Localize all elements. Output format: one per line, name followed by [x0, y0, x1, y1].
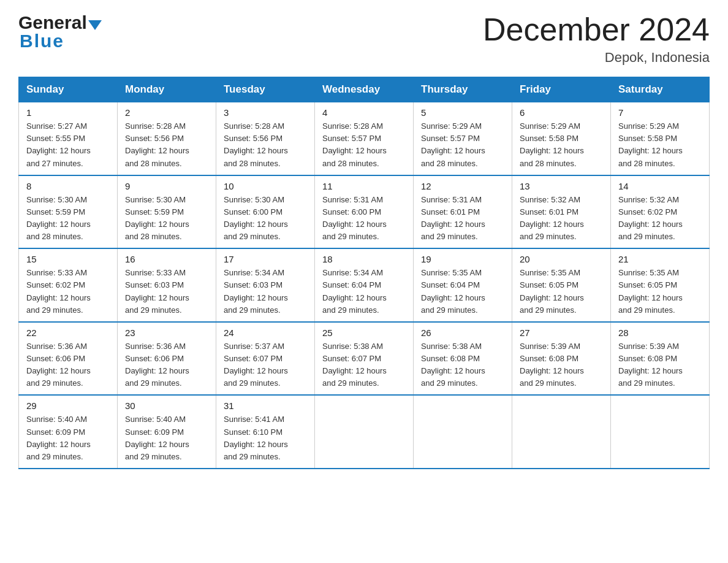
header-monday: Monday [118, 77, 216, 102]
day-info: Sunrise: 5:31 AM Sunset: 6:00 PM Dayligh… [322, 194, 406, 243]
header-friday: Friday [512, 77, 611, 102]
day-number: 28 [618, 327, 702, 338]
calendar-cell: 23 Sunrise: 5:36 AM Sunset: 6:06 PM Dayl… [118, 322, 216, 396]
day-number: 29 [26, 400, 110, 411]
day-number: 27 [520, 327, 603, 338]
day-info: Sunrise: 5:34 AM Sunset: 6:04 PM Dayligh… [322, 267, 406, 316]
calendar-cell: 13 Sunrise: 5:32 AM Sunset: 6:01 PM Dayl… [512, 175, 611, 249]
day-info: Sunrise: 5:33 AM Sunset: 6:03 PM Dayligh… [125, 267, 208, 316]
day-info: Sunrise: 5:31 AM Sunset: 6:01 PM Dayligh… [421, 194, 504, 243]
calendar-cell: 22 Sunrise: 5:36 AM Sunset: 6:06 PM Dayl… [19, 322, 118, 396]
calendar-cell: 19 Sunrise: 5:35 AM Sunset: 6:04 PM Dayl… [414, 248, 512, 322]
day-info: Sunrise: 5:35 AM Sunset: 6:05 PM Dayligh… [520, 267, 603, 316]
day-info: Sunrise: 5:28 AM Sunset: 5:57 PM Dayligh… [322, 120, 406, 170]
day-number: 31 [224, 400, 307, 411]
logo-general-text: General [18, 12, 87, 33]
calendar-header: Sunday Monday Tuesday Wednesday Thursday… [19, 77, 710, 102]
calendar-cell: 31 Sunrise: 5:41 AM Sunset: 6:10 PM Dayl… [216, 395, 315, 469]
day-number: 2 [125, 107, 208, 118]
day-number: 25 [322, 327, 406, 338]
day-info: Sunrise: 5:33 AM Sunset: 6:02 PM Dayligh… [26, 267, 110, 316]
day-info: Sunrise: 5:40 AM Sunset: 6:09 PM Dayligh… [125, 413, 208, 463]
day-number: 21 [618, 254, 702, 264]
calendar-cell: 16 Sunrise: 5:33 AM Sunset: 6:03 PM Dayl… [118, 248, 216, 322]
day-info: Sunrise: 5:39 AM Sunset: 6:08 PM Dayligh… [618, 340, 702, 390]
day-info: Sunrise: 5:34 AM Sunset: 6:03 PM Dayligh… [224, 267, 307, 316]
calendar-cell [611, 395, 710, 469]
header-wednesday: Wednesday [315, 77, 414, 102]
day-number: 23 [125, 327, 208, 338]
day-info: Sunrise: 5:37 AM Sunset: 6:07 PM Dayligh… [224, 340, 307, 390]
calendar-cell: 30 Sunrise: 5:40 AM Sunset: 6:09 PM Dayl… [118, 395, 216, 469]
calendar-cell: 18 Sunrise: 5:34 AM Sunset: 6:04 PM Dayl… [315, 248, 414, 322]
calendar-cell [414, 395, 512, 469]
day-number: 13 [520, 181, 603, 191]
calendar-cell: 26 Sunrise: 5:38 AM Sunset: 6:08 PM Dayl… [414, 322, 512, 396]
calendar-cell [315, 395, 414, 469]
day-number: 3 [224, 107, 307, 118]
calendar-cell: 7 Sunrise: 5:29 AM Sunset: 5:58 PM Dayli… [611, 102, 710, 175]
logo: General Blue [18, 12, 102, 52]
calendar-cell [512, 395, 611, 469]
logo-blue-text: Blue [20, 31, 102, 52]
day-number: 4 [322, 107, 406, 118]
day-number: 5 [421, 107, 504, 118]
header-saturday: Saturday [611, 77, 710, 102]
calendar-cell: 27 Sunrise: 5:39 AM Sunset: 6:08 PM Dayl… [512, 322, 611, 396]
day-number: 26 [421, 327, 504, 338]
day-info: Sunrise: 5:36 AM Sunset: 6:06 PM Dayligh… [125, 340, 208, 390]
day-info: Sunrise: 5:30 AM Sunset: 5:59 PM Dayligh… [125, 194, 208, 243]
calendar-cell: 9 Sunrise: 5:30 AM Sunset: 5:59 PM Dayli… [118, 175, 216, 249]
day-info: Sunrise: 5:29 AM Sunset: 5:57 PM Dayligh… [421, 120, 504, 170]
day-number: 10 [224, 181, 307, 191]
calendar-week-row: 1 Sunrise: 5:27 AM Sunset: 5:55 PM Dayli… [19, 102, 710, 175]
calendar-week-row: 15 Sunrise: 5:33 AM Sunset: 6:02 PM Dayl… [19, 248, 710, 322]
calendar-cell: 2 Sunrise: 5:28 AM Sunset: 5:56 PM Dayli… [118, 102, 216, 175]
day-info: Sunrise: 5:29 AM Sunset: 5:58 PM Dayligh… [520, 120, 603, 170]
calendar-subtitle: Depok, Indonesia [483, 50, 710, 66]
calendar-cell: 28 Sunrise: 5:39 AM Sunset: 6:08 PM Dayl… [611, 322, 710, 396]
calendar-title: December 2024 [483, 12, 710, 47]
calendar-cell: 24 Sunrise: 5:37 AM Sunset: 6:07 PM Dayl… [216, 322, 315, 396]
day-info: Sunrise: 5:28 AM Sunset: 5:56 PM Dayligh… [224, 120, 307, 170]
day-number: 20 [520, 254, 603, 264]
day-info: Sunrise: 5:35 AM Sunset: 6:04 PM Dayligh… [421, 267, 504, 316]
page-header: General Blue December 2024 Depok, Indone… [18, 12, 710, 66]
day-number: 8 [26, 181, 110, 191]
day-number: 12 [421, 181, 504, 191]
header-thursday: Thursday [414, 77, 512, 102]
day-info: Sunrise: 5:35 AM Sunset: 6:05 PM Dayligh… [618, 267, 702, 316]
day-info: Sunrise: 5:38 AM Sunset: 6:07 PM Dayligh… [322, 340, 406, 390]
header-sunday: Sunday [19, 77, 118, 102]
day-number: 11 [322, 181, 406, 191]
day-info: Sunrise: 5:32 AM Sunset: 6:01 PM Dayligh… [520, 194, 603, 243]
calendar-table: Sunday Monday Tuesday Wednesday Thursday… [18, 77, 710, 469]
calendar-cell: 29 Sunrise: 5:40 AM Sunset: 6:09 PM Dayl… [19, 395, 118, 469]
day-number: 6 [520, 107, 603, 118]
day-number: 14 [618, 181, 702, 191]
calendar-cell: 6 Sunrise: 5:29 AM Sunset: 5:58 PM Dayli… [512, 102, 611, 175]
calendar-cell: 15 Sunrise: 5:33 AM Sunset: 6:02 PM Dayl… [19, 248, 118, 322]
calendar-cell: 3 Sunrise: 5:28 AM Sunset: 5:56 PM Dayli… [216, 102, 315, 175]
calendar-week-row: 29 Sunrise: 5:40 AM Sunset: 6:09 PM Dayl… [19, 395, 710, 469]
day-number: 1 [26, 107, 110, 118]
day-number: 24 [224, 327, 307, 338]
day-number: 7 [618, 107, 702, 118]
calendar-cell: 1 Sunrise: 5:27 AM Sunset: 5:55 PM Dayli… [19, 102, 118, 175]
calendar-body: 1 Sunrise: 5:27 AM Sunset: 5:55 PM Dayli… [19, 102, 710, 469]
day-info: Sunrise: 5:27 AM Sunset: 5:55 PM Dayligh… [26, 120, 110, 170]
calendar-cell: 17 Sunrise: 5:34 AM Sunset: 6:03 PM Dayl… [216, 248, 315, 322]
header-tuesday: Tuesday [216, 77, 315, 102]
logo-arrow-icon [88, 20, 102, 30]
day-number: 17 [224, 254, 307, 264]
calendar-cell: 20 Sunrise: 5:35 AM Sunset: 6:05 PM Dayl… [512, 248, 611, 322]
calendar-cell: 11 Sunrise: 5:31 AM Sunset: 6:00 PM Dayl… [315, 175, 414, 249]
day-info: Sunrise: 5:32 AM Sunset: 6:02 PM Dayligh… [618, 194, 702, 243]
logo-line1: General [18, 12, 102, 33]
day-number: 19 [421, 254, 504, 264]
day-info: Sunrise: 5:38 AM Sunset: 6:08 PM Dayligh… [421, 340, 504, 390]
day-number: 9 [125, 181, 208, 191]
calendar-cell: 25 Sunrise: 5:38 AM Sunset: 6:07 PM Dayl… [315, 322, 414, 396]
day-number: 16 [125, 254, 208, 264]
calendar-week-row: 22 Sunrise: 5:36 AM Sunset: 6:06 PM Dayl… [19, 322, 710, 396]
